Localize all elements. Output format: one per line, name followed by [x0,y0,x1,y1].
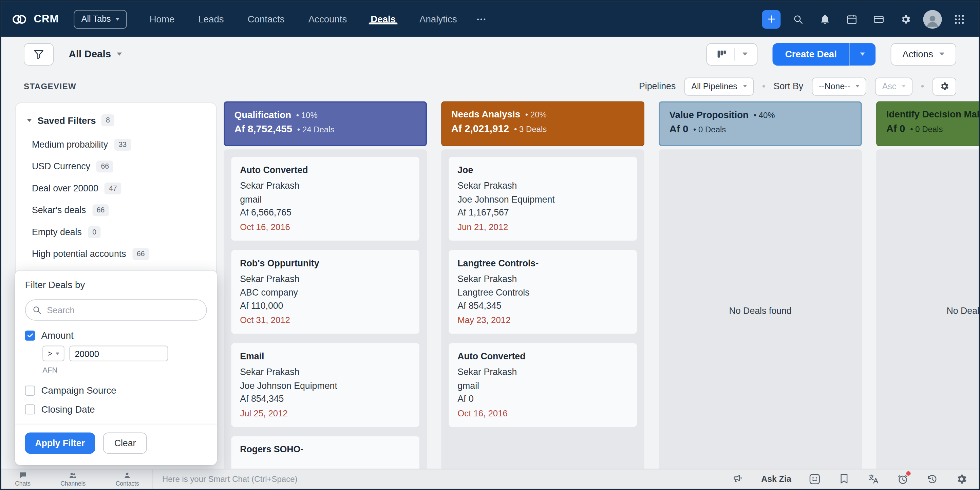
pipelines-dropdown[interactable]: All Pipelines [684,77,754,95]
filter-search-input[interactable] [25,299,207,321]
more-tabs-button[interactable] [476,14,487,25]
apps-grid-button[interactable] [950,10,969,29]
stage-amount: Af 2,021,912 [451,123,509,134]
module-tabs: Home Leads Contacts Accounts Deals Analy… [150,14,457,24]
saved-filter-sekars-deals[interactable]: Sekar's deals 66 [27,199,205,221]
whats-new-button[interactable] [838,473,850,485]
stagebar-controls: Pipelines All Pipelines Sort By --None--… [639,77,956,95]
stage-column-header[interactable]: Value Proposition 40% Af 0 0 Deals [659,101,862,146]
deal-amount: Af 854,345 [240,393,410,406]
saved-filter-empty-deals[interactable]: Empty deals 0 [27,221,205,243]
divider [735,48,735,60]
stage-column-body: Joe Sekar Prakash Joe Johnson Equipment … [441,149,644,471]
card-icon [873,14,884,25]
smart-chat-hint[interactable]: Here is your Smart Chat (Ctrl+Space) [162,474,298,484]
notifications-button[interactable] [816,10,834,29]
closing-date-label: Closing Date [41,404,95,414]
tab-leads[interactable]: Leads [198,14,224,24]
amount-checkbox[interactable] [25,330,35,340]
sort-order-dropdown[interactable]: Asc [875,77,912,95]
sort-field-value: --None-- [819,81,850,91]
translate-button[interactable] [867,473,879,485]
stage-column-body: No Deals found [876,149,978,471]
chats-dock-item[interactable]: Chats [15,471,30,487]
tab-analytics[interactable]: Analytics [419,14,457,24]
deal-card[interactable]: Email Sekar Prakash Joe Johnson Equipmen… [231,343,419,427]
tab-accounts[interactable]: Accounts [309,14,347,24]
user-avatar[interactable] [923,10,942,29]
bottom-bar-tools: Ask Zia [732,473,979,485]
calendar-button[interactable] [843,10,861,29]
stage-settings-button[interactable] [932,77,956,95]
deal-card[interactable]: Auto Converted Sekar Prakash gmail Af 0 … [449,343,636,427]
tab-contacts[interactable]: Contacts [248,14,285,24]
stage-column-header[interactable]: Identify Decision Makers Af 0 0 Deals [876,101,978,146]
deal-closing-date: May 23, 2012 [457,313,628,327]
tab-deals[interactable]: Deals [371,14,396,24]
closing-date-checkbox[interactable] [25,404,35,414]
setup-button[interactable] [896,10,915,29]
quick-create-button[interactable] [762,10,781,29]
actions-dropdown[interactable]: Actions [891,43,956,65]
view-type-dropdown[interactable] [706,43,758,65]
clear-filter-button[interactable]: Clear [103,433,147,454]
bottom-bar: Chats Channels Contacts Here is your Sma… [2,469,979,488]
amount-filter-row: Amount [15,330,217,340]
tab-home[interactable]: Home [150,14,175,24]
all-tabs-dropdown[interactable]: All Tabs [74,10,127,29]
sort-order-value: Asc [882,81,896,91]
deal-title: Auto Converted [240,164,410,177]
deal-closing-date: Jun 21, 2012 [457,220,628,234]
filter-popup-title: Filter Deals by [15,279,217,290]
search-icon [792,14,803,25]
apply-filter-button[interactable]: Apply Filter [25,433,95,454]
deal-title: Joe [457,164,628,177]
filter-toggle-button[interactable] [24,43,54,65]
deal-card[interactable]: Langtree Controls- Sekar Prakash Langtre… [449,250,636,334]
chat-settings-button[interactable] [956,473,967,485]
amount-operator-select[interactable]: > [42,346,64,361]
all-tabs-label: All Tabs [81,14,111,24]
reminders-button[interactable] [897,473,909,485]
recent-items-button[interactable] [926,473,938,485]
create-deal-button[interactable]: Create Deal [773,43,850,65]
sort-field-dropdown[interactable]: --None-- [812,77,867,95]
channels-dock-item[interactable]: Channels [60,471,86,487]
saved-filters-header[interactable]: Saved Filters 8 [27,115,205,126]
deal-account: Joe Johnson Equipment [240,379,410,393]
saved-filter-high-potential-accounts[interactable]: High potential accounts 66 [27,243,205,265]
deals-toolbar: All Deals Create Deal Actions [2,37,979,71]
amount-value-input[interactable] [69,346,168,361]
announcements-button[interactable] [732,473,744,485]
create-deal-dropdown[interactable] [850,43,875,65]
deal-card[interactable]: Rob's Oppurtunity Sekar Prakash ABC comp… [231,250,419,334]
deal-owner: Sekar Prakash [240,273,410,286]
stage-column-header[interactable]: Qualification 10% Af 8,752,455 24 Deals [224,101,427,146]
contacts-dock-item[interactable]: Contacts [116,471,139,487]
stage-column-header[interactable]: Needs Analysis 20% Af 2,021,912 3 Deals [441,101,644,146]
feedback-button[interactable] [809,473,821,485]
deal-card[interactable]: Rogers SOHO- [231,436,419,471]
filter-label: USD Currency [32,162,90,171]
stage-probability: 20% [525,110,547,119]
saved-filter-usd-currency[interactable]: USD Currency 66 [27,156,205,177]
saved-filter-deal-over-20000[interactable]: Deal over 20000 47 [27,177,205,199]
filter-count-badge: 47 [105,182,121,194]
deal-title: Email [240,350,410,363]
deal-owner: Sekar Prakash [240,366,410,379]
search-button[interactable] [789,10,807,29]
deal-owner: Sekar Prakash [457,180,628,193]
saved-filters-count-badge: 8 [102,115,115,126]
deal-card[interactable]: Auto Converted Sekar Prakash gmail Af 6,… [231,157,419,240]
stage-column-identify-decision-makers: Identify Decision Makers Af 0 0 Deals No… [876,101,978,471]
deal-account: gmail [240,193,410,206]
campaign-source-checkbox[interactable] [25,385,35,395]
deals-view-dropdown[interactable]: All Deals [69,49,122,60]
deal-card[interactable]: Joe Sekar Prakash Joe Johnson Equipment … [449,157,636,240]
payments-button[interactable] [869,10,888,29]
ask-zia-button[interactable]: Ask Zia [761,474,791,484]
saved-filter-medium-probability[interactable]: Medium probability 33 [27,134,205,156]
deal-owner: Sekar Prakash [457,366,628,379]
gear-icon [939,81,949,91]
deal-account: ABC company [240,286,410,299]
